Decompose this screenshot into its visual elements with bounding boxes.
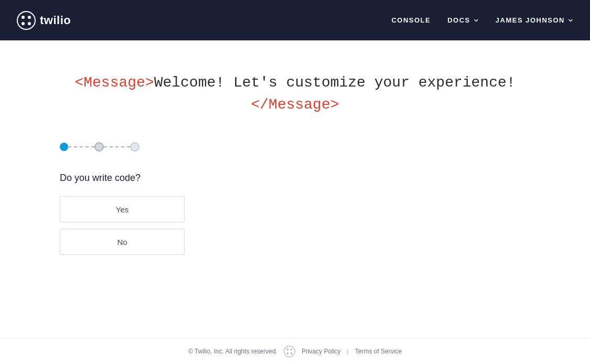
user-chevron-icon [568,18,573,23]
step-2-dot [94,142,104,152]
logo-area: twilio [17,11,71,30]
svg-point-6 [286,348,288,350]
docs-nav-link[interactable]: DOCS [447,16,479,24]
headline-tag-close: </Message> [251,97,339,113]
step-3-dot [130,142,140,152]
step-line-1 [68,146,94,147]
footer-copyright: © Twilio, Inc. All rights reserved. [188,348,277,355]
no-button[interactable]: No [60,229,185,255]
docs-chevron-icon [474,18,479,23]
console-nav-link[interactable]: CONSOLE [391,16,431,24]
page-footer: © Twilio, Inc. All rights reserved. Priv… [0,338,590,364]
svg-point-0 [17,12,35,29]
welcome-headline: <Message>Welcome! Let's customize your e… [74,72,515,116]
step-1-dot [60,143,68,151]
twilio-logo-link[interactable]: twilio [17,11,71,30]
logo-text: twilio [40,14,71,27]
svg-point-4 [28,22,31,25]
progress-stepper [60,142,140,152]
tos-link[interactable]: Terms of Service [355,348,402,355]
footer-separator: | [347,348,349,355]
svg-point-2 [28,16,31,19]
twilio-logo-icon [17,11,36,30]
user-menu[interactable]: James Johnson [496,16,573,24]
headline-tag-open: <Message> [74,74,154,91]
header-nav: CONSOLE DOCS James Johnson [391,16,573,24]
headline-text: Welcome! Let's customize your experience… [154,74,516,91]
answer-buttons: Yes No [60,196,185,255]
svg-point-8 [286,352,288,354]
svg-point-5 [284,346,295,357]
question-section: Do you write code? Yes No [60,173,185,255]
yes-button[interactable]: Yes [60,196,185,222]
svg-point-1 [22,16,25,19]
svg-point-9 [291,352,293,354]
step-line-2 [104,146,130,147]
privacy-policy-link[interactable]: Privacy Policy [302,348,341,355]
svg-point-3 [22,22,25,25]
svg-point-7 [291,348,293,350]
footer-twilio-icon [284,346,295,357]
question-label: Do you write code? [60,173,185,184]
